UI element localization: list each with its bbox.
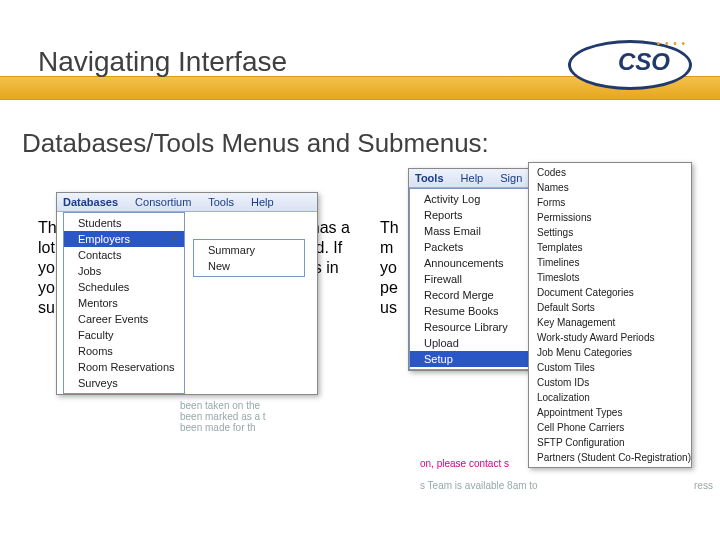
setup-item-custom-ids[interactable]: Custom IDs [529, 375, 689, 390]
setup-item-appointment-types[interactable]: Appointment Types [529, 405, 689, 420]
frag-contact: on, please contact s [420, 458, 509, 469]
setup-item-key-management[interactable]: Key Management [529, 315, 689, 330]
db-item-schedules[interactable]: Schedules [64, 279, 184, 295]
db-item-career-events[interactable]: Career Events [64, 311, 184, 327]
setup-item-permissions[interactable]: Permissions [529, 210, 689, 225]
logo: • • • • CSO [562, 34, 692, 88]
setup-item-forms[interactable]: Forms [529, 195, 689, 210]
setup-item-cell-phone-carriers[interactable]: Cell Phone Carriers [529, 420, 689, 435]
menu-help-1[interactable]: Help [251, 196, 274, 208]
setup-item-document-categories[interactable]: Document Categories [529, 285, 689, 300]
db-item-surveys[interactable]: Surveys [64, 375, 184, 391]
employers-flyout: SummaryNew [193, 239, 305, 277]
menu-databases[interactable]: Databases [63, 196, 118, 208]
setup-item-work-study-award-periods[interactable]: Work-study Award Periods [529, 330, 689, 345]
setup-item-default-sorts[interactable]: Default Sorts [529, 300, 689, 315]
databases-menu-screenshot: Databases Consortium Tools Help Students… [56, 192, 318, 395]
setup-item-custom-tiles[interactable]: Custom Tiles [529, 360, 689, 375]
menu-sign[interactable]: Sign [500, 172, 522, 184]
db-item-employers[interactable]: Employers [64, 231, 184, 247]
setup-item-job-menu-categories[interactable]: Job Menu Categories [529, 345, 689, 360]
setup-item-settings[interactable]: Settings [529, 225, 689, 240]
setup-item-names[interactable]: Names [529, 180, 689, 195]
db-item-contacts[interactable]: Contacts [64, 247, 184, 263]
logo-text: CSO [618, 48, 670, 76]
menu-tools-2[interactable]: Tools [415, 172, 444, 184]
frag-been: been taken on the been marked as a t bee… [180, 400, 266, 433]
menubar-databases: Databases Consortium Tools Help [57, 193, 317, 212]
menu-tools-1[interactable]: Tools [208, 196, 234, 208]
db-item-room-reservations[interactable]: Room Reservations [64, 359, 184, 375]
employers-fly-new[interactable]: New [194, 258, 304, 274]
menu-consortium[interactable]: Consortium [135, 196, 191, 208]
setup-item-codes[interactable]: Codes [529, 165, 689, 180]
menu-help-2[interactable]: Help [461, 172, 484, 184]
db-item-mentors[interactable]: Mentors [64, 295, 184, 311]
setup-item-sftp-configuration[interactable]: SFTP Configuration [529, 435, 689, 450]
setup-item-timelines[interactable]: Timelines [529, 255, 689, 270]
db-item-jobs[interactable]: Jobs [64, 263, 184, 279]
slide-title: Navigating Interfase [38, 46, 287, 78]
setup-submenu-screenshot: CodesNamesFormsPermissionsSettingsTempla… [528, 162, 692, 468]
db-item-faculty[interactable]: Faculty [64, 327, 184, 343]
setup-item-timeslots[interactable]: Timeslots [529, 270, 689, 285]
setup-item-templates[interactable]: Templates [529, 240, 689, 255]
db-item-students[interactable]: Students [64, 215, 184, 231]
setup-item-partners-student-co-registration-[interactable]: Partners (Student Co-Registration) [529, 450, 689, 465]
databases-submenu: StudentsEmployersContactsJobsSchedulesMe… [63, 212, 185, 394]
subtitle: Databases/Tools Menus and Submenus: [22, 128, 489, 159]
frag-ress: ress [694, 480, 713, 491]
db-item-rooms[interactable]: Rooms [64, 343, 184, 359]
frag-team: s Team is available 8am to [420, 480, 538, 491]
setup-submenu: CodesNamesFormsPermissionsSettingsTempla… [529, 163, 689, 467]
employers-fly-summary[interactable]: Summary [194, 242, 304, 258]
setup-item-localization[interactable]: Localization [529, 390, 689, 405]
